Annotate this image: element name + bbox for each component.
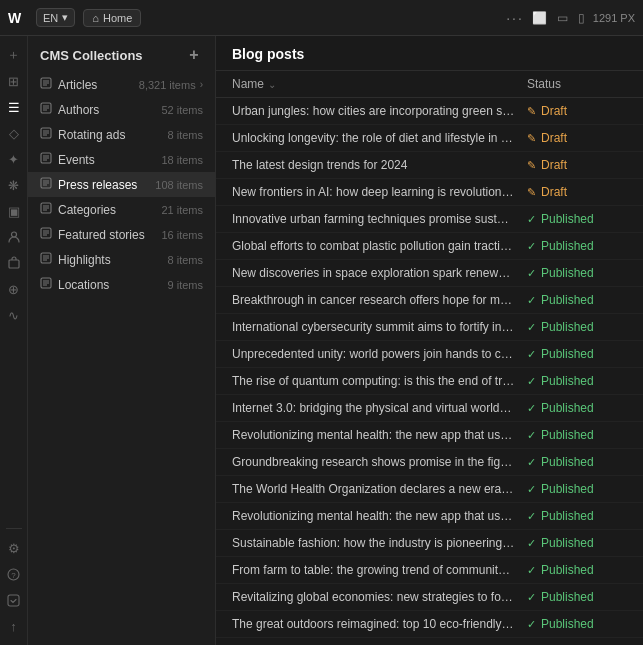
row-status: ✎ Draft	[527, 158, 627, 172]
status-label: Published	[541, 266, 594, 280]
logo-icon: W	[8, 10, 28, 26]
sort-icon: ⌄	[268, 79, 276, 90]
sidebar-item-count: 21 items	[161, 204, 203, 216]
layers-icon[interactable]: ⊞	[3, 70, 25, 92]
px-display: 1291 PX	[593, 12, 635, 24]
row-status: ✓ Published	[527, 536, 627, 550]
shapes-icon[interactable]: ◇	[3, 122, 25, 144]
row-name: New discoveries in space exploration spa…	[232, 266, 527, 280]
content-title: Blog posts	[232, 46, 304, 62]
help-icon[interactable]: ?	[3, 563, 25, 585]
published-icon: ✓	[527, 240, 536, 253]
table-row[interactable]: Global efforts to combat plastic polluti…	[216, 233, 643, 260]
published-icon: ✓	[527, 321, 536, 334]
settings-icon[interactable]: ⚙	[3, 537, 25, 559]
view-controls: ⬜ ▭ ▯	[532, 11, 585, 25]
ecommerce-icon[interactable]	[3, 252, 25, 274]
status-label: Published	[541, 482, 594, 496]
table-row[interactable]: Groundbreaking research shows promise in…	[216, 449, 643, 476]
table-row[interactable]: Unprecedented unity: world powers join h…	[216, 341, 643, 368]
sidebar-add-button[interactable]: +	[185, 46, 203, 64]
status-label: Published	[541, 293, 594, 307]
sidebar-item-featured-stories[interactable]: Featured stories 16 items	[28, 222, 215, 247]
mobile-view-icon[interactable]: ▯	[578, 11, 585, 25]
row-status: ✓ Published	[527, 509, 627, 523]
status-label: Published	[541, 455, 594, 469]
table-row[interactable]: Breakthrough in cancer research offers h…	[216, 287, 643, 314]
published-icon: ✓	[527, 294, 536, 307]
table-row[interactable]: The World Health Organization declares a…	[216, 476, 643, 503]
cms-icon[interactable]: ☰	[3, 96, 25, 118]
tablet-view-icon[interactable]: ▭	[557, 11, 568, 25]
sidebar-item-locations[interactable]: Locations 9 items	[28, 272, 215, 297]
status-label: Published	[541, 509, 594, 523]
table-row[interactable]: The latest design trends for 2024 ✎ Draf…	[216, 152, 643, 179]
interactions-icon[interactable]: ❋	[3, 174, 25, 196]
table-row[interactable]: Sustainable fashion: how the industry is…	[216, 530, 643, 557]
table-row[interactable]: Revolutionizing mental health: the new a…	[216, 422, 643, 449]
table-row[interactable]: The rise of quantum computing: is this t…	[216, 368, 643, 395]
table-row[interactable]: Urban jungles: how cities are incorporat…	[216, 98, 643, 125]
collection-icon	[40, 127, 52, 142]
analytics-icon[interactable]: ∿	[3, 304, 25, 326]
row-name: Revitalizing global economies: new strat…	[232, 590, 527, 604]
row-name: Sustainable fashion: how the industry is…	[232, 536, 527, 550]
table-row[interactable]: The great outdoors reimagined: top 10 ec…	[216, 611, 643, 638]
table-row[interactable]: Innovative urban farming techniques prom…	[216, 206, 643, 233]
col-name-header[interactable]: Name ⌄	[232, 77, 527, 91]
table-row[interactable]: International cybersecurity summit aims …	[216, 314, 643, 341]
draft-icon: ✎	[527, 159, 536, 172]
row-name: Revolutionizing mental health: the new a…	[232, 428, 527, 442]
sidebar-item-categories[interactable]: Categories 21 items	[28, 197, 215, 222]
row-name: The rise of quantum computing: is this t…	[232, 374, 527, 388]
sidebar-item-press-releases[interactable]: Press releases 108 items	[28, 172, 215, 197]
row-name: Groundbreaking research shows promise in…	[232, 455, 527, 469]
add-element-icon[interactable]: ＋	[3, 44, 25, 66]
sidebar-item-label: Rotating ads	[58, 128, 164, 142]
published-icon: ✓	[527, 456, 536, 469]
table-row[interactable]: New discoveries in space exploration spa…	[216, 260, 643, 287]
table-row[interactable]: Cryptocurrency and the future of finance…	[216, 638, 643, 645]
table-row[interactable]: Revitalizing global economies: new strat…	[216, 584, 643, 611]
table-row[interactable]: From farm to table: the growing trend of…	[216, 557, 643, 584]
sidebar-title: CMS Collections	[40, 48, 143, 63]
row-status: ✓ Published	[527, 482, 627, 496]
published-icon: ✓	[527, 348, 536, 361]
paint-icon[interactable]: ✦	[3, 148, 25, 170]
table-row[interactable]: Unlocking longevity: the role of diet an…	[216, 125, 643, 152]
members-icon[interactable]	[3, 226, 25, 248]
publish-icon[interactable]	[3, 589, 25, 611]
row-name: Innovative urban farming techniques prom…	[232, 212, 527, 226]
table-row[interactable]: Internet 3.0: bridging the physical and …	[216, 395, 643, 422]
draft-icon: ✎	[527, 132, 536, 145]
row-status: ✓ Published	[527, 320, 627, 334]
sidebar-item-rotating-ads[interactable]: Rotating ads 8 items	[28, 122, 215, 147]
grid-icon[interactable]: ▣	[3, 200, 25, 222]
row-name: Revolutionizing mental health: the new a…	[232, 509, 527, 523]
desktop-view-icon[interactable]: ⬜	[532, 11, 547, 25]
upgrade-icon[interactable]: ↑	[3, 615, 25, 637]
published-icon: ✓	[527, 564, 536, 577]
table-container[interactable]: Name ⌄ Status Urban jungles: how cities …	[216, 71, 643, 645]
row-status: ✓ Published	[527, 239, 627, 253]
published-icon: ✓	[527, 618, 536, 631]
status-label: Published	[541, 536, 594, 550]
sidebar-item-highlights[interactable]: Highlights 8 items	[28, 247, 215, 272]
home-button[interactable]: ⌂ Home	[83, 9, 141, 27]
sidebar-item-articles[interactable]: Articles 8,321 items ›	[28, 72, 215, 97]
more-options-button[interactable]: ···	[506, 10, 524, 26]
main-layout: ＋ ⊞ ☰ ◇ ✦ ❋ ▣ ⊕ ∿ ⚙ ?	[0, 36, 643, 645]
published-icon: ✓	[527, 510, 536, 523]
table-row[interactable]: New frontiers in AI: how deep learning i…	[216, 179, 643, 206]
sidebar-item-authors[interactable]: Authors 52 items	[28, 97, 215, 122]
sidebar-item-label: Categories	[58, 203, 157, 217]
svg-point-0	[11, 232, 16, 237]
status-label: Published	[541, 401, 594, 415]
community-icon[interactable]: ⊕	[3, 278, 25, 300]
language-selector[interactable]: EN ▾	[36, 8, 75, 27]
row-status: ✓ Published	[527, 590, 627, 604]
table-row[interactable]: Revolutionizing mental health: the new a…	[216, 503, 643, 530]
sidebar-item-events[interactable]: Events 18 items	[28, 147, 215, 172]
row-name: Urban jungles: how cities are incorporat…	[232, 104, 527, 118]
row-name: International cybersecurity summit aims …	[232, 320, 527, 334]
